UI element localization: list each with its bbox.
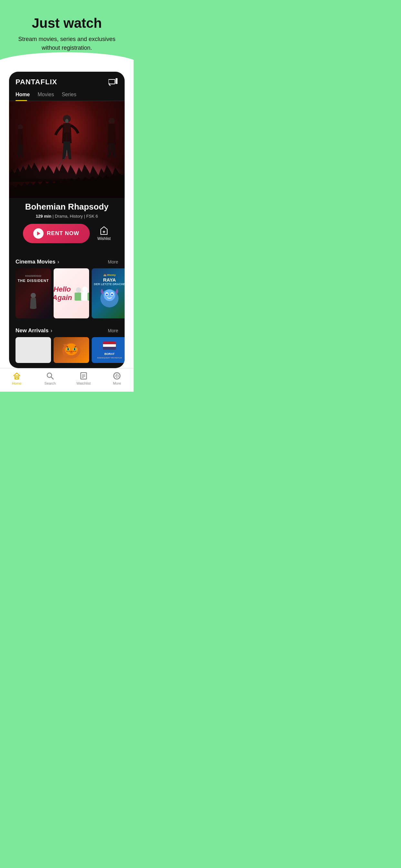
hello-people <box>72 286 89 303</box>
svg-point-11 <box>82 286 88 292</box>
cinema-movies-label: Cinema Movies <box>16 259 56 265</box>
svg-point-9 <box>31 293 36 298</box>
app-card: PANTAFLIX Home Movies Series <box>9 72 125 368</box>
cinema-movies-title: Cinema Movies › <box>16 259 59 265</box>
featured-banner[interactable] <box>9 101 125 198</box>
nav-home-label: Home <box>12 381 21 385</box>
dissident-subtitle: KHASHOGGI <box>25 275 41 277</box>
movie-card-raya[interactable]: 🏰 Disney RAYA DER LETZTE DRACHE <box>92 268 125 318</box>
movie-card-dissident[interactable]: KHASHOGGI THE DISSIDENT <box>16 268 51 318</box>
new-arrivals-more[interactable]: More <box>108 328 118 333</box>
svg-point-27 <box>74 348 75 350</box>
movie-card-hello[interactable]: EIN TAG FÜR IMMER HelloAgain <box>54 268 89 318</box>
poster-raya: 🏰 Disney RAYA DER LETZTE DRACHE <box>92 268 125 318</box>
bottom-nav: Home Search Watchlist <box>0 368 134 392</box>
page: Just watch Stream movies, series and exc… <box>0 0 134 392</box>
play-icon <box>33 228 43 239</box>
new-arrivals-arrow: › <box>50 328 52 334</box>
new-arrivals-header: New Arrivals › More <box>9 323 125 337</box>
raya-creature <box>98 287 121 314</box>
dissident-figure <box>27 292 40 312</box>
hero-section: Just watch Stream movies, series and exc… <box>0 0 134 65</box>
hello-title: HelloAgain <box>54 285 72 302</box>
watchlist-icon <box>80 372 88 380</box>
arrival-card-tiger[interactable] <box>54 337 89 363</box>
wishlist-label: Wishlist <box>97 237 111 241</box>
svg-point-12 <box>89 287 89 292</box>
side-performer-right <box>102 114 121 164</box>
svg-point-28 <box>70 351 73 352</box>
arrival-card-borat[interactable]: BORAT SUBSEQUENT MOVIEFILM <box>92 337 125 363</box>
movie-rating: FSK 6 <box>86 214 98 219</box>
movie-meta: 129 min | Drama, History | FSK 6 <box>16 214 118 219</box>
play-triangle <box>37 231 40 236</box>
app-header: PANTAFLIX <box>9 72 125 89</box>
nav-tabs: Home Movies Series <box>9 89 125 101</box>
raya-disney: 🏰 Disney <box>103 274 116 276</box>
svg-rect-1 <box>116 78 118 84</box>
cinema-movies-more[interactable]: More <box>108 259 118 265</box>
home-icon <box>12 372 21 380</box>
svg-rect-15 <box>88 292 89 301</box>
side-performer-left <box>12 120 28 164</box>
borat-sub: SUBSEQUENT MOVIEFILM <box>97 357 122 359</box>
movie-duration: 129 min <box>36 214 51 219</box>
rent-now-button[interactable]: RENT NOW <box>23 224 90 243</box>
svg-line-42 <box>115 376 116 377</box>
hero-subtitle: Stream movies, series and exclusives wit… <box>10 35 123 52</box>
more-icon <box>113 372 121 380</box>
action-row: RENT NOW Wishlist <box>16 224 118 243</box>
raya-sub: DER LETZTE DRACHE <box>94 283 125 286</box>
nav-item-watchlist[interactable]: Watchlist <box>67 372 100 385</box>
svg-rect-30 <box>16 377 18 379</box>
cast-icon[interactable] <box>108 78 118 87</box>
new-arrivals-title: New Arrivals › <box>16 328 52 334</box>
raya-title: RAYA <box>103 277 116 283</box>
nav-watchlist-label: Watchlist <box>76 381 91 385</box>
movie-title: Bohemian Rhapsody <box>16 202 118 212</box>
svg-point-5 <box>18 124 23 129</box>
nav-more-label: More <box>113 381 121 385</box>
app-card-container: PANTAFLIX Home Movies Series <box>0 72 134 368</box>
hero-text: Just watch Stream movies, series and exc… <box>0 0 134 52</box>
new-arrivals-label: New Arrivals <box>16 328 49 334</box>
tab-home[interactable]: Home <box>16 89 37 101</box>
svg-line-43 <box>119 376 119 377</box>
poster-hello: EIN TAG FÜR IMMER HelloAgain <box>54 268 89 318</box>
search-icon <box>46 372 54 380</box>
nav-search-label: Search <box>44 381 56 385</box>
dissident-title: THE DISSIDENT <box>18 279 49 283</box>
arrival-blank-poster <box>16 337 51 363</box>
borat-bg: BORAT SUBSEQUENT MOVIEFILM <box>92 337 125 363</box>
cinema-movies-row: KHASHOGGI THE DISSIDENT EIN TAG FÜR <box>9 268 125 323</box>
svg-point-20 <box>106 293 108 296</box>
cinema-movies-header: Cinema Movies › More <box>9 255 125 268</box>
borat-flag <box>103 342 116 350</box>
nav-item-search[interactable]: Search <box>34 372 67 385</box>
movie-separator1: | <box>53 214 55 219</box>
svg-line-32 <box>51 377 54 379</box>
svg-point-26 <box>67 348 69 350</box>
crowd-arms <box>9 162 125 182</box>
arrival-borat-poster: BORAT SUBSEQUENT MOVIEFILM <box>92 337 125 363</box>
cinema-movies-arrow: › <box>58 259 59 265</box>
borat-title: BORAT <box>104 352 114 355</box>
nav-item-more[interactable]: More <box>100 372 134 385</box>
svg-line-40 <box>115 375 116 376</box>
svg-point-6 <box>109 118 115 124</box>
nav-item-home[interactable]: Home <box>0 372 34 385</box>
svg-line-41 <box>119 375 119 376</box>
tab-series[interactable]: Series <box>62 89 84 101</box>
tab-movies[interactable]: Movies <box>37 89 62 101</box>
app-logo: PANTAFLIX <box>16 78 57 86</box>
poster-dissident: KHASHOGGI THE DISSIDENT <box>16 268 51 318</box>
svg-point-17 <box>104 289 115 301</box>
movie-info: Bohemian Rhapsody 129 min | Drama, Histo… <box>9 198 125 255</box>
svg-point-10 <box>76 287 81 292</box>
arrival-tiger-poster <box>54 337 89 363</box>
arrival-card-blank[interactable] <box>16 337 51 363</box>
new-arrivals-row: BORAT SUBSEQUENT MOVIEFILM 6 OSCAR®-NOM.… <box>9 337 125 368</box>
rent-label: RENT NOW <box>47 230 80 237</box>
wishlist-button[interactable]: Wishlist <box>97 226 111 241</box>
svg-point-4 <box>65 119 68 123</box>
